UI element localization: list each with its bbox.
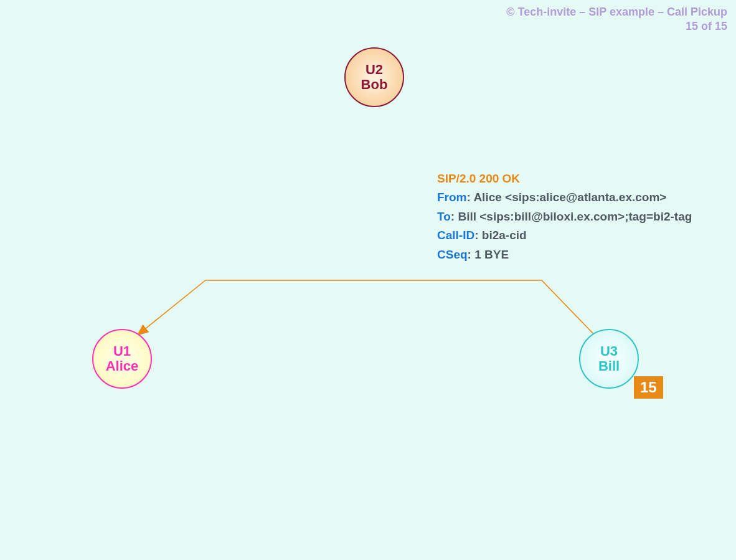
sip-from-value: : Alice <sips:alice@atlanta.ex.com>	[467, 191, 667, 204]
node-u2-name: Bob	[361, 77, 388, 92]
sip-callid-value: : bi2a-cid	[474, 229, 526, 242]
node-u2-id: U2	[366, 62, 383, 77]
node-u1-id: U1	[113, 344, 131, 359]
sip-cseq-value: : 1 BYE	[468, 248, 509, 261]
sip-cseq-line: CSeq: 1 BYE	[437, 245, 692, 264]
sip-to-label: To	[437, 210, 451, 223]
sip-to-value: : Bill <sips:bill@biloxi.ex.com>;tag=bi2…	[451, 210, 692, 223]
sip-to-line: To: Bill <sips:bill@biloxi.ex.com>;tag=b…	[437, 207, 692, 226]
header-line1: © Tech-invite – SIP example – Call Picku…	[506, 5, 727, 19]
sip-cseq-label: CSeq	[437, 248, 468, 261]
sip-callid-line: Call-ID: bi2a-cid	[437, 226, 692, 245]
node-u3-id: U3	[600, 344, 618, 359]
header-credit: © Tech-invite – SIP example – Call Picku…	[506, 5, 727, 33]
node-u3-bill: U3 Bill	[579, 329, 639, 389]
node-u1-name: Alice	[106, 359, 139, 374]
node-u3-name: Bill	[598, 359, 620, 374]
step-badge: 15	[634, 376, 663, 399]
node-u1-alice: U1 Alice	[92, 329, 152, 389]
sip-status-line: SIP/2.0 200 OK	[437, 169, 692, 188]
sip-callid-label: Call-ID	[437, 229, 474, 242]
node-u2-bob: U2 Bob	[344, 47, 404, 107]
sip-from-label: From	[437, 191, 467, 204]
sip-from-line: From: Alice <sips:alice@atlanta.ex.com>	[437, 188, 692, 207]
diagram-canvas: © Tech-invite – SIP example – Call Picku…	[0, 0, 736, 560]
sip-message-block: SIP/2.0 200 OK From: Alice <sips:alice@a…	[437, 169, 692, 264]
header-line2: 15 of 15	[506, 19, 727, 34]
